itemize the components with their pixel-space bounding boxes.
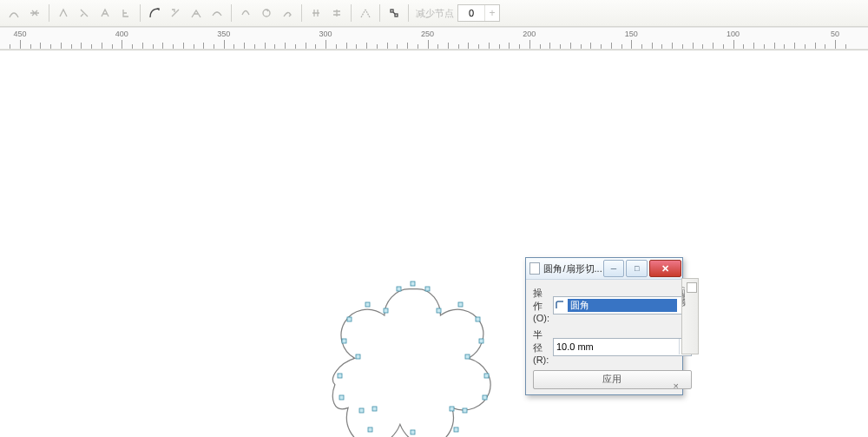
svg-rect-18 xyxy=(483,395,487,400)
extend-curve-icon[interactable] xyxy=(277,3,298,23)
minimize-button[interactable]: ─ xyxy=(603,260,625,277)
svg-rect-5 xyxy=(425,287,430,291)
ruler-label: 350 xyxy=(217,30,230,38)
svg-rect-2 xyxy=(395,14,398,17)
apply-button[interactable]: 应用 xyxy=(533,370,692,389)
svg-rect-16 xyxy=(484,374,489,378)
join-nodes-icon[interactable] xyxy=(53,3,74,23)
fillet-icon xyxy=(554,300,566,310)
reflect-nodes-icon[interactable] xyxy=(355,3,376,23)
operation-value: 圆角 xyxy=(568,299,677,312)
separator xyxy=(140,4,141,22)
radius-label: 半径(R): xyxy=(533,328,549,365)
node-tool-a-icon[interactable] xyxy=(95,3,115,23)
to-curve-icon[interactable] xyxy=(144,3,165,23)
ruler-label: 400 xyxy=(115,30,128,38)
svg-rect-3 xyxy=(411,281,415,286)
node-tool-b-icon[interactable] xyxy=(115,3,136,23)
smooth-node-icon[interactable] xyxy=(207,3,227,23)
break-node-icon[interactable] xyxy=(74,3,95,23)
svg-rect-30 xyxy=(411,430,415,434)
dialog-title: 圆角/扇形切... xyxy=(543,262,602,275)
svg-rect-19 xyxy=(339,395,344,400)
align-nodes-h-icon[interactable] xyxy=(306,3,326,23)
docker-tab-icon xyxy=(687,282,697,293)
maximize-button[interactable]: □ xyxy=(626,260,648,277)
docker-tab[interactable]: 圆角/扇形... xyxy=(681,278,699,354)
svg-rect-14 xyxy=(465,354,470,359)
svg-rect-20 xyxy=(463,408,467,413)
symmetric-node-icon[interactable] xyxy=(235,3,256,23)
svg-rect-4 xyxy=(397,287,401,291)
dialog-icon xyxy=(529,262,540,275)
svg-rect-15 xyxy=(356,354,360,359)
svg-rect-7 xyxy=(384,308,388,313)
separator xyxy=(351,4,352,22)
operation-label: 操作(O): xyxy=(533,287,549,323)
svg-rect-17 xyxy=(338,374,342,378)
separator xyxy=(408,4,409,22)
svg-rect-8 xyxy=(458,302,463,307)
dialog-title-bar[interactable]: 圆角/扇形切... ─ □ ✕ xyxy=(526,258,682,280)
svg-rect-1 xyxy=(391,10,393,12)
reduce-nodes-spinner[interactable]: + xyxy=(457,4,500,22)
delete-node-icon[interactable] xyxy=(24,3,45,23)
ruler-label: 300 xyxy=(319,30,332,38)
svg-rect-10 xyxy=(476,317,480,321)
cusp-node-icon[interactable] xyxy=(186,3,207,23)
spinner-plus-icon[interactable]: + xyxy=(484,5,499,21)
horizontal-ruler: 45040035030025020015010050 xyxy=(0,27,868,50)
radius-input[interactable] xyxy=(554,341,679,352)
ruler-label: 200 xyxy=(523,30,536,38)
separator xyxy=(379,4,380,22)
main-toolbar: 减少节点 + xyxy=(0,0,868,27)
selected-star-shape[interactable] xyxy=(328,278,506,437)
svg-rect-11 xyxy=(347,317,352,321)
drawing-canvas[interactable]: 圆角/扇形切... ─ □ ✕ 操作(O): 圆角 ▾ 半径(R): ▲ ▼ xyxy=(0,50,868,437)
svg-rect-13 xyxy=(342,339,346,343)
separator xyxy=(49,4,49,22)
operation-combo[interactable]: 圆角 ▾ xyxy=(553,296,692,315)
panel-close-icon[interactable]: × xyxy=(674,381,679,391)
svg-rect-9 xyxy=(365,302,370,307)
reduce-nodes-label: 减少节点 xyxy=(416,7,454,20)
reverse-direction-icon[interactable] xyxy=(256,3,277,23)
elastic-mode-icon[interactable] xyxy=(384,3,404,23)
to-line-icon[interactable] xyxy=(165,3,186,23)
svg-rect-25 xyxy=(368,427,372,432)
svg-rect-6 xyxy=(437,308,441,313)
add-node-icon[interactable] xyxy=(3,3,24,23)
svg-rect-23 xyxy=(372,407,377,411)
radius-spinner[interactable]: ▲ ▼ xyxy=(553,338,692,356)
docker-tab-label: 圆角/扇形... xyxy=(681,282,686,306)
fillet-dialog: 圆角/扇形切... ─ □ ✕ 操作(O): 圆角 ▾ 半径(R): ▲ ▼ xyxy=(525,257,683,395)
svg-rect-22 xyxy=(450,407,454,411)
close-button[interactable]: ✕ xyxy=(649,260,681,277)
svg-rect-24 xyxy=(454,427,458,432)
svg-rect-12 xyxy=(479,339,483,343)
align-nodes-v-icon[interactable] xyxy=(326,3,347,23)
ruler-label: 100 xyxy=(727,30,740,38)
ruler-label: 250 xyxy=(421,30,434,38)
svg-rect-21 xyxy=(359,408,364,413)
svg-point-0 xyxy=(263,10,270,17)
separator xyxy=(301,4,302,22)
reduce-nodes-input[interactable] xyxy=(458,8,484,18)
ruler-label: 50 xyxy=(831,30,839,38)
ruler-label: 150 xyxy=(625,30,638,38)
separator xyxy=(231,4,232,22)
ruler-label: 450 xyxy=(13,30,26,38)
